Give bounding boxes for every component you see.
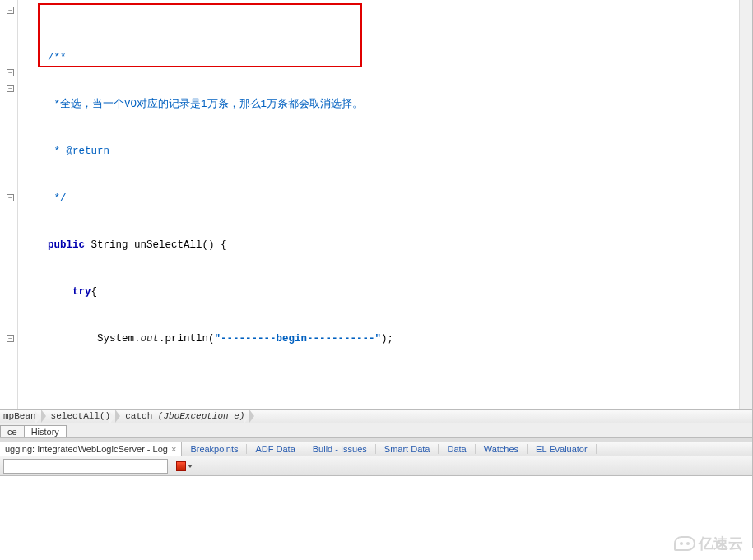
tab-build-issues[interactable]: Build - Issues <box>304 444 376 454</box>
editor-bottom-tabs: ce History <box>0 423 753 438</box>
stop-icon <box>176 461 186 471</box>
breadcrumb: mpBean selectAll() catch (JboException e… <box>0 410 753 423</box>
cloud-icon <box>674 536 695 551</box>
fold-icon[interactable]: − <box>7 335 14 342</box>
tab-breakpoints[interactable]: Breakpoints <box>182 444 247 454</box>
comment: * @return <box>48 146 109 157</box>
breadcrumb-item[interactable]: catch (JboException e) <box>122 410 249 423</box>
breadcrumb-item[interactable]: mpBean <box>0 410 41 423</box>
fold-icon[interactable]: − <box>7 69 14 76</box>
tab-data[interactable]: Data <box>439 444 475 454</box>
tab-el-evaluator[interactable]: EL Evaluator <box>528 444 597 454</box>
breadcrumb-item[interactable]: selectAll() <box>48 410 116 423</box>
close-icon[interactable]: × <box>171 442 176 456</box>
chevron-down-icon <box>188 465 193 468</box>
watermark: 亿速云 <box>674 534 743 553</box>
stop-button[interactable] <box>176 461 193 471</box>
comment: */ <box>48 192 67 204</box>
fold-icon[interactable]: − <box>7 7 14 14</box>
log-panel[interactable] <box>0 476 753 548</box>
debug-toolbar <box>0 456 753 476</box>
tab-history[interactable]: History <box>24 425 67 437</box>
debug-main-tab[interactable]: ugging: IntegratedWebLogicServer - Log × <box>0 442 182 456</box>
fold-icon[interactable]: − <box>7 85 14 92</box>
tab-adf-data[interactable]: ADF Data <box>247 444 304 454</box>
scrollbar[interactable] <box>739 0 752 409</box>
comment: *全选，当一个VO对应的记录是1万条，那么1万条都会取消选择。 <box>48 99 363 110</box>
tab-smart-data[interactable]: Smart Data <box>376 444 439 454</box>
fold-icon[interactable]: − <box>7 194 14 201</box>
code-content[interactable]: /** *全选，当一个VO对应的记录是1万条，那么1万条都会取消选择。 * @r… <box>18 0 739 409</box>
tab-watches[interactable]: Watches <box>476 444 528 454</box>
gutter: − − − − − <box>0 0 18 409</box>
search-input[interactable] <box>3 459 168 474</box>
tab-source[interactable]: ce <box>0 425 25 437</box>
comment: /** <box>48 52 67 63</box>
debug-tab-bar: ugging: IntegratedWebLogicServer - Log ×… <box>0 442 753 456</box>
code-editor[interactable]: − − − − − /** *全选，当一个VO对应的记录是1万条，那么1万条都会… <box>0 0 753 410</box>
